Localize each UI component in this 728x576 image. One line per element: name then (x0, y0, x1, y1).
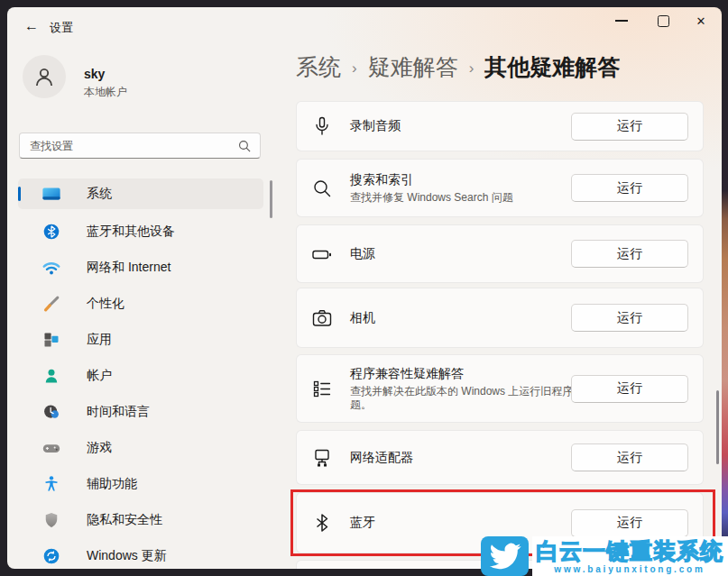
sidebar-item-accounts[interactable]: 帐户 (18, 361, 263, 391)
breadcrumb-troubleshoot[interactable]: 疑难解答 (368, 52, 458, 82)
bluetooth-icon (41, 222, 61, 242)
row-title: 相机 (350, 310, 571, 326)
sidebar-item-bluetooth-devices[interactable]: 蓝牙和其他设备 (18, 216, 263, 247)
sidebar-scrollbar[interactable] (270, 180, 272, 218)
camera-icon (310, 306, 334, 330)
sidebar-item-time-language[interactable]: 时间和语言 (18, 397, 263, 427)
row-subtitle: 查找并修复 Windows Search 问题 (350, 191, 607, 205)
sidebar-item-system[interactable]: 系统 (18, 178, 263, 209)
checklist-icon (310, 377, 334, 400)
network-adapter-icon (310, 446, 334, 470)
sidebar-item-windows-update[interactable]: Windows 更新 (18, 541, 263, 569)
row-subtitle: 查找并解决在此版本的 Windows 上运行旧程序的问题。 (350, 385, 607, 412)
search-icon (310, 177, 334, 200)
sidebar-item-label: Windows 更新 (87, 548, 167, 564)
avatar[interactable] (23, 55, 66, 98)
sidebar-item-label: 隐私和安全性 (87, 512, 162, 528)
search-box[interactable] (19, 133, 261, 159)
row-recording-audio: 录制音频 运行 (296, 101, 704, 151)
microphone-icon (310, 114, 334, 138)
sidebar-item-label: 辅助功能 (87, 476, 137, 492)
sidebar-item-label: 时间和语言 (87, 404, 150, 420)
chevron-right-icon: › (341, 58, 368, 78)
accounts-icon (41, 366, 61, 386)
minimize-button[interactable] (601, 7, 642, 34)
sidebar-item-network-internet[interactable]: 网络和 Internet (18, 252, 263, 283)
main-scrollbar[interactable] (716, 390, 719, 464)
row-title: 录制音频 (350, 118, 571, 134)
run-button[interactable]: 运行 (571, 375, 688, 403)
update-icon (41, 546, 61, 566)
sidebar-item-gaming[interactable]: 游戏 (18, 433, 263, 463)
sidebar-item-label: 帐户 (87, 368, 112, 384)
watermark-bird-icon (481, 536, 529, 576)
search-icon (238, 140, 251, 152)
search-input[interactable] (20, 140, 238, 152)
sidebar-item-label: 游戏 (87, 440, 112, 456)
row-network-adapter: 网络适配器 运行 (296, 430, 704, 485)
paintbrush-icon (41, 294, 61, 314)
watermark-title: 白云一键重装系统 (536, 538, 723, 563)
minimize-icon (615, 20, 628, 21)
person-icon (32, 64, 57, 89)
breadcrumb-system[interactable]: 系统 (296, 52, 341, 82)
shield-icon (41, 510, 61, 530)
wifi-icon (41, 258, 61, 278)
close-button[interactable]: ✕ (680, 7, 722, 34)
row-search-indexing: 搜索和索引 查找并修复 Windows Search 问题 运行 (296, 159, 704, 217)
sidebar-item-personalization[interactable]: 个性化 (18, 288, 263, 319)
run-button[interactable]: 运行 (571, 304, 688, 332)
watermark-url: www.baiyunxitong.com (536, 563, 723, 576)
row-power: 电源 运行 (296, 224, 704, 283)
settings-window: ← 设置 ✕ sky 本地帐户 系统 蓝牙和其他设备 (7, 7, 722, 569)
sidebar-item-label: 蓝牙和其他设备 (87, 224, 175, 240)
run-button[interactable]: 运行 (571, 174, 688, 202)
row-camera: 相机 运行 (296, 288, 704, 348)
run-button[interactable]: 运行 (571, 113, 688, 141)
sidebar-item-accessibility[interactable]: 辅助功能 (18, 469, 263, 499)
sidebar-item-label: 个性化 (87, 296, 124, 312)
sidebar-item-privacy-security[interactable]: 隐私和安全性 (18, 505, 263, 535)
clock-icon (41, 402, 61, 422)
desktop-wallpaper-edge (721, 0, 728, 576)
run-button[interactable]: 运行 (571, 443, 688, 471)
sidebar-item-label: 网络和 Internet (87, 260, 170, 276)
system-icon (41, 184, 61, 204)
sidebar-item-label: 系统 (87, 186, 112, 202)
row-title: 网络适配器 (350, 450, 571, 466)
breadcrumb: 系统 › 疑难解答 › 其他疑难解答 (296, 52, 620, 82)
accessibility-icon (41, 474, 61, 494)
page-title: 其他疑难解答 (484, 52, 620, 82)
row-program-compatibility: 程序兼容性疑难解答 查找并解决在此版本的 Windows 上运行旧程序的问题。 … (296, 354, 704, 423)
user-name: sky (84, 67, 105, 81)
maximize-icon (658, 15, 669, 27)
apps-icon (41, 330, 61, 350)
back-button[interactable]: ← (21, 16, 42, 36)
user-account-type: 本地帐户 (84, 85, 127, 100)
maximize-button[interactable] (642, 7, 684, 34)
sidebar-item-label: 应用 (87, 332, 112, 348)
watermark: 白云一键重装系统 www.baiyunxitong.com (481, 536, 728, 576)
row-title: 搜索和索引 (350, 172, 571, 188)
sidebar-item-apps[interactable]: 应用 (18, 325, 263, 355)
selection-accent-bar (18, 187, 21, 201)
chevron-right-icon: › (458, 58, 485, 78)
row-title: 程序兼容性疑难解答 (350, 366, 571, 382)
row-title: 电源 (350, 246, 571, 262)
gamepad-icon (41, 438, 61, 458)
run-button[interactable]: 运行 (571, 240, 688, 268)
window-title: 设置 (50, 20, 73, 36)
battery-icon (310, 242, 334, 266)
close-icon: ✕ (696, 15, 706, 27)
